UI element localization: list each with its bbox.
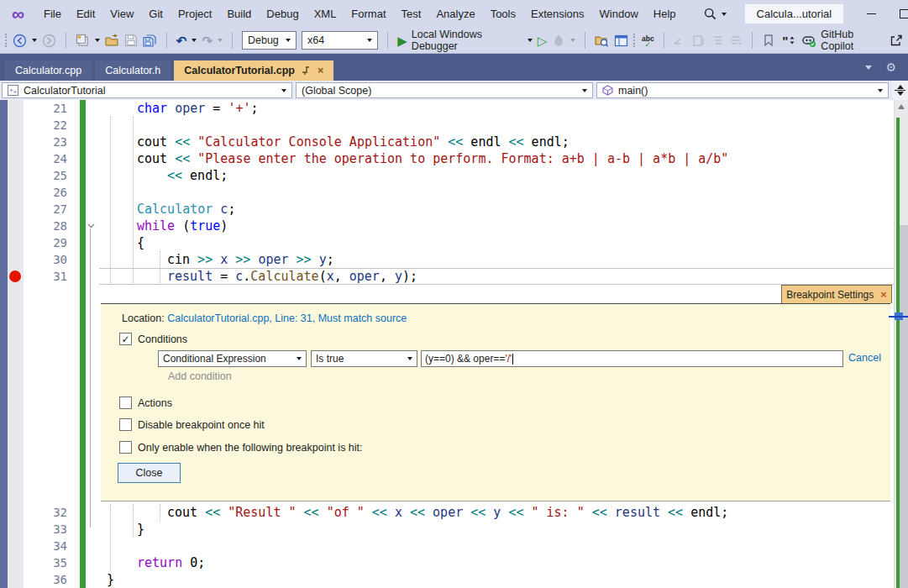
scrollbar-up-arrow-icon[interactable] <box>898 104 905 109</box>
menu-item-window[interactable]: Window <box>592 4 646 24</box>
solution-explorer-button[interactable] <box>614 34 628 48</box>
code-line-31[interactable]: 31result = c.Calculate(x, oper, y); <box>0 268 894 285</box>
search-dropdown-caret-icon[interactable] <box>722 13 727 16</box>
condition-expression-input[interactable]: (y==0) && oper=='/' <box>421 350 843 367</box>
pin-icon[interactable] <box>302 66 311 76</box>
tab-calculatortutorial-cpp[interactable]: CalculatorTutorial.cpp × <box>174 60 333 81</box>
code-line-24[interactable]: 24cout << "Please enter the operation to… <box>0 150 894 167</box>
menu-item-build[interactable]: Build <box>219 4 259 24</box>
code-line-33[interactable]: 33} <box>0 521 894 538</box>
project-dropdown[interactable]: ++ CalculatorTutorial <box>2 82 292 98</box>
new-project-button[interactable] <box>76 34 90 48</box>
breakpoint-settings-tab[interactable]: Breakpoint Settings × <box>781 285 892 303</box>
redo-caret-icon[interactable] <box>218 39 223 42</box>
github-copilot-button[interactable]: GitHub Copilot <box>801 29 884 52</box>
scope-dropdown[interactable]: (Global Scope) <box>296 82 593 98</box>
undo-caret-icon[interactable] <box>192 39 197 42</box>
disable-once-hit-checkbox[interactable] <box>119 418 132 431</box>
code-block-top[interactable]: 21char oper = '+';2223cout << "Calculato… <box>0 100 894 285</box>
minimize-button[interactable] <box>867 13 876 15</box>
toggle-quotes-button[interactable]: " <box>780 34 796 48</box>
menu-item-edit[interactable]: Edit <box>69 4 102 24</box>
code-line-29[interactable]: 29{ <box>0 234 894 251</box>
menu-item-project[interactable]: Project <box>171 4 219 24</box>
redo-button[interactable]: ↷ <box>202 34 213 47</box>
indent-button[interactable] <box>711 34 724 48</box>
step-commands-button[interactable] <box>692 34 706 48</box>
menu-item-file[interactable]: File <box>36 4 69 24</box>
code-line-32[interactable]: 32cout << "Result " << "of " << x << ope… <box>0 504 894 521</box>
member-dropdown[interactable]: main() <box>596 82 889 98</box>
open-folder-button[interactable] <box>105 34 119 48</box>
share-button[interactable] <box>890 34 903 48</box>
menu-item-analyze[interactable]: Analyze <box>428 4 482 24</box>
spell-checker-button[interactable]: abc ✓ <box>641 34 654 48</box>
save-button[interactable] <box>124 34 138 48</box>
tab-calculator-h[interactable]: Calculator.h <box>95 60 171 81</box>
new-project-caret-icon[interactable] <box>95 39 100 42</box>
collapse-chevron-icon[interactable] <box>87 221 96 230</box>
menu-item-debug[interactable]: Debug <box>259 4 306 24</box>
menu-item-xml[interactable]: XML <box>307 4 344 24</box>
menu-item-test[interactable]: Test <box>394 4 429 24</box>
close-tab-icon[interactable]: × <box>318 65 323 76</box>
code-line-23[interactable]: 23cout << "Calculator Console Applicatio… <box>0 134 894 150</box>
code-editor[interactable]: 21char oper = '+';2223cout << "Calculato… <box>0 100 908 588</box>
code-line-27[interactable]: 27Calculator c; <box>0 201 894 218</box>
hot-reload-button[interactable] <box>552 34 565 48</box>
vertical-scrollbar[interactable] <box>894 100 908 588</box>
code-line-28[interactable]: 28while (true) <box>0 218 894 234</box>
code-text: while (true) <box>107 218 228 234</box>
code-line-26[interactable]: 26 <box>0 184 894 201</box>
code-line-22[interactable]: 22 <box>0 117 894 134</box>
navigate-back-button[interactable] <box>13 34 27 48</box>
start-debugging-button[interactable]: ▶ Local Windows Debugger <box>397 29 533 52</box>
condition-operator-dropdown[interactable]: Is true <box>311 350 417 367</box>
tab-calculator-cpp[interactable]: Calculator.cpp <box>5 60 92 81</box>
find-in-files-button[interactable] <box>595 34 609 48</box>
navigate-forward-button[interactable] <box>42 34 56 48</box>
navigate-back-caret-icon[interactable] <box>32 39 37 42</box>
add-condition-link[interactable]: Add condition <box>168 370 232 382</box>
maximize-button[interactable] <box>900 9 908 18</box>
code-line-34[interactable]: 34 <box>0 538 894 554</box>
condition-type-dropdown[interactable]: Conditional Expression <box>158 350 307 367</box>
code-line-35[interactable]: 35return 0; <box>0 554 894 571</box>
code-line-25[interactable]: 25<< endl; <box>0 167 894 184</box>
toolbar-grip-handle[interactable] <box>633 34 636 47</box>
location-link[interactable]: CalculatorTutorial.cpp, Line: 31, Must m… <box>167 312 407 324</box>
start-without-debugging-button[interactable]: ▷ <box>538 34 548 47</box>
solution-platform-dropdown[interactable]: x64 <box>302 31 378 50</box>
scrollbar-thumb[interactable] <box>900 225 908 588</box>
code-block-bottom[interactable]: 32cout << "Result " << "of " << x << ope… <box>0 504 894 588</box>
menu-item-help[interactable]: Help <box>646 4 684 24</box>
tab-list-dropdown-icon[interactable] <box>865 66 872 70</box>
save-all-button[interactable] <box>143 34 157 48</box>
breakpoint-dot[interactable] <box>9 270 21 282</box>
code-line-36[interactable]: 36} <box>0 571 894 588</box>
bookmark-button[interactable] <box>762 34 775 48</box>
comment-button[interactable] <box>729 34 743 48</box>
cancel-link[interactable]: Cancel <box>848 352 881 364</box>
gear-icon[interactable]: ⚙ <box>885 60 896 74</box>
menu-item-extensions[interactable]: Extensions <box>523 4 592 24</box>
toolbar-grip-handle[interactable] <box>5 34 8 47</box>
code-line-30[interactable]: 30cin >> x >> oper >> y; <box>0 251 894 268</box>
split-editor-button[interactable] <box>892 81 908 100</box>
solution-configuration-dropdown[interactable]: Debug <box>242 31 297 50</box>
conditions-checkbox[interactable]: ✓ <box>119 333 132 345</box>
code-line-21[interactable]: 21char oper = '+'; <box>0 100 894 117</box>
menu-item-tools[interactable]: Tools <box>483 4 523 24</box>
menu-item-view[interactable]: View <box>102 4 141 24</box>
close-icon[interactable]: × <box>880 288 887 301</box>
only-enable-checkbox[interactable] <box>119 441 132 454</box>
actions-checkbox[interactable] <box>119 396 132 409</box>
menu-item-format[interactable]: Format <box>344 4 393 24</box>
close-button[interactable]: Close <box>118 463 181 483</box>
undo-button[interactable]: ↶ <box>176 34 187 47</box>
hot-reload-caret-icon[interactable] <box>570 39 575 42</box>
menu-item-git[interactable]: Git <box>141 4 171 24</box>
search-button[interactable] <box>704 8 727 20</box>
start-debugging-caret-icon[interactable] <box>527 39 533 42</box>
attach-to-process-button[interactable] <box>674 34 687 48</box>
